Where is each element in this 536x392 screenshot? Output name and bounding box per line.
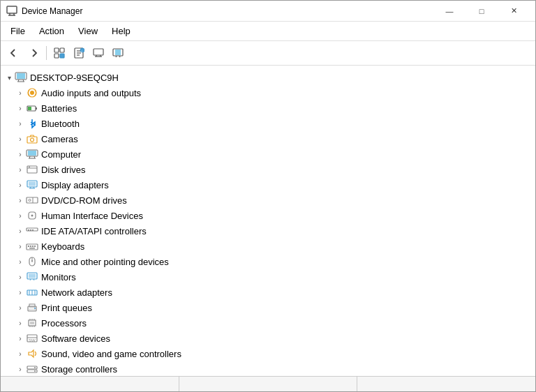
expand-icon-ide[interactable]: › <box>15 223 26 239</box>
tree-item-monitor[interactable]: › Monitors <box>1 269 535 285</box>
tree-item-label: Mice and other pointing devices <box>41 257 169 267</box>
tree-item-label: Network adapters <box>41 287 112 298</box>
expand-icon-printer[interactable]: › <box>15 300 26 315</box>
tree-item-dvd[interactable]: › DVD/CD-ROM drives <box>1 193 535 208</box>
tree-item-label: Software devices <box>41 333 110 344</box>
network-icon <box>26 286 38 299</box>
toolbar: i <box>1 41 535 66</box>
expand-icon-bluetooth[interactable]: › <box>15 116 26 131</box>
tree-item-processor[interactable]: › Processors <box>1 315 535 331</box>
tree-item-sound[interactable]: › Sound, video and game controllers <box>1 346 535 361</box>
svg-point-28 <box>30 91 34 95</box>
expand-icon-monitor[interactable]: › <box>15 269 26 285</box>
svg-rect-5 <box>60 48 64 52</box>
monitor-button[interactable] <box>109 44 127 62</box>
expand-icon-keyboard[interactable]: › <box>15 239 26 254</box>
svg-rect-30 <box>36 107 37 110</box>
svg-point-41 <box>29 167 30 168</box>
expand-icon-mouse[interactable]: › <box>15 254 26 269</box>
sound-icon <box>26 347 38 360</box>
svg-rect-78 <box>30 322 34 324</box>
tree-item-label: Keyboards <box>41 241 84 252</box>
display-icon <box>26 179 38 191</box>
tree-item-keyboard[interactable]: › Keyboards <box>1 239 535 254</box>
svg-point-64 <box>31 260 33 262</box>
tree-item-hid[interactable]: › Human Interface Devices <box>1 208 535 223</box>
menu-view[interactable]: View <box>71 23 105 39</box>
tree-item-label: Disk drives <box>41 165 86 175</box>
expand-icon-processor[interactable]: › <box>15 315 26 331</box>
svg-rect-31 <box>28 107 31 110</box>
tree-item-label: DVD/CD-ROM drives <box>41 195 127 206</box>
svg-rect-32 <box>27 137 37 143</box>
tree-item-audio[interactable]: › Audio inputs and outputs <box>1 85 535 100</box>
svg-rect-60 <box>34 246 36 247</box>
svg-rect-23 <box>17 73 25 79</box>
svg-point-91 <box>34 367 36 368</box>
expand-icon-storage[interactable]: › <box>15 361 26 376</box>
expand-icon-hid[interactable]: › <box>15 208 26 223</box>
tree-item-printer[interactable]: › Print queues <box>1 300 535 315</box>
tree-item-network[interactable]: › Network adapters <box>1 285 535 300</box>
tree-item-label: Storage controllers <box>41 364 117 375</box>
properties-button[interactable]: i <box>70 44 88 62</box>
tree-item-mouse[interactable]: › Mice and other pointing devices <box>1 254 535 269</box>
tree-panel[interactable]: ▾ DESKTOP-9SEQC9H › A <box>1 66 535 376</box>
root-label: DESKTOP-9SEQC9H <box>30 73 119 83</box>
tree-item-camera[interactable]: › Cameras <box>1 131 535 146</box>
expand-icon-battery[interactable]: › <box>15 100 26 116</box>
tree-item-ide[interactable]: › IDE ATA/ATAPI controllers <box>1 223 535 239</box>
tree-item-label: Bluetooth <box>41 119 80 129</box>
tree-root: ▾ DESKTOP-9SEQC9H › A <box>1 68 535 376</box>
svg-rect-66 <box>29 274 36 278</box>
expand-icon-audio[interactable]: › <box>15 85 26 100</box>
close-button[interactable]: ✕ <box>498 1 530 22</box>
forward-button[interactable] <box>24 44 43 62</box>
tree-item-label: IDE ATA/ATAPI controllers <box>41 226 147 236</box>
device-view-button[interactable] <box>89 44 107 62</box>
svg-point-51 <box>31 215 34 217</box>
keyboard-icon <box>26 240 38 252</box>
tree-item-label: Cameras <box>41 134 78 144</box>
svg-rect-47 <box>27 197 38 203</box>
hid-icon <box>26 209 38 222</box>
svg-point-49 <box>29 199 31 202</box>
tree-item-disk[interactable]: › Disk drives <box>1 162 535 177</box>
minimize-button[interactable]: — <box>433 1 466 22</box>
window-title: Device Manager <box>22 6 433 16</box>
svg-rect-54 <box>30 229 31 231</box>
expand-icon-sound[interactable]: › <box>15 346 26 361</box>
expand-icon-network[interactable]: › <box>15 285 26 300</box>
expand-icon-software[interactable]: › <box>15 331 26 346</box>
tree-item-label: Batteries <box>41 103 77 114</box>
expand-icon-disk[interactable]: › <box>15 162 26 177</box>
svg-point-33 <box>31 138 34 142</box>
computer-root-icon <box>15 71 27 84</box>
tree-item-label: Audio inputs and outputs <box>41 88 141 98</box>
tree-root-item[interactable]: ▾ DESKTOP-9SEQC9H <box>1 70 535 85</box>
disk-icon <box>26 163 38 176</box>
menu-help[interactable]: Help <box>105 23 137 39</box>
expand-icon-dvd[interactable]: › <box>15 193 26 208</box>
tree-item-display[interactable]: › Display adapters <box>1 177 535 193</box>
svg-point-92 <box>34 370 36 372</box>
menu-file[interactable]: File <box>3 23 32 39</box>
root-expand-icon[interactable]: ▾ <box>3 70 15 85</box>
svg-rect-6 <box>54 54 59 58</box>
tree-item-storage[interactable]: › Storage controllers <box>1 361 535 376</box>
back-button[interactable] <box>5 44 23 62</box>
tree-view-button[interactable] <box>50 44 68 62</box>
menu-action[interactable]: Action <box>32 23 71 39</box>
tree-item-bluetooth[interactable]: › Bluetooth <box>1 116 535 131</box>
expand-icon-camera[interactable]: › <box>15 131 26 146</box>
tree-item-software[interactable]: › SW Software devices <box>1 331 535 346</box>
tree-item-computer[interactable]: › Computer <box>1 146 535 162</box>
expand-icon-computer[interactable]: › <box>15 146 26 162</box>
expand-icon-display[interactable]: › <box>15 177 26 193</box>
tree-item-label: Monitors <box>41 272 76 282</box>
svg-rect-57 <box>28 246 29 247</box>
status-pane-3 <box>357 377 535 391</box>
tree-item-battery[interactable]: › Batteries <box>1 100 535 116</box>
maximize-button[interactable]: □ <box>466 1 498 22</box>
toolbar-separator-1 <box>46 46 47 60</box>
